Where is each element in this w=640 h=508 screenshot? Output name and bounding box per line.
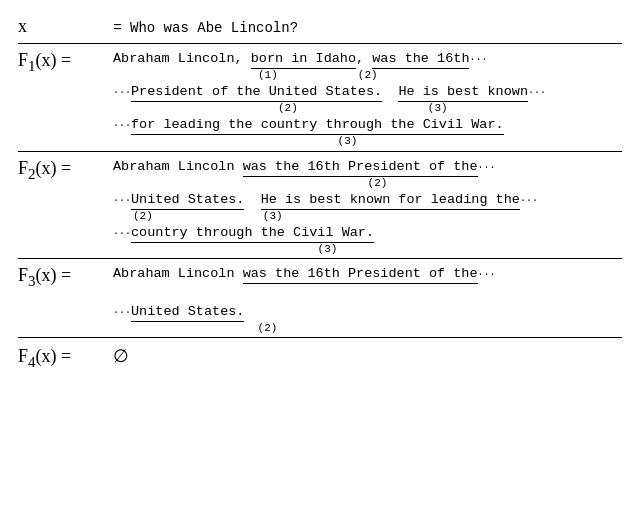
f2-line3: ···country through the Civil War.: [113, 223, 622, 243]
f4-lhs: F4(x) =: [18, 346, 113, 371]
f1-brace-row1: (1) (2): [113, 69, 622, 82]
f3-span-was-start: was the 16th President of the: [243, 264, 478, 284]
f2-span-civil: country through the Civil War.: [131, 223, 374, 243]
f3-line2: ···United States.: [113, 302, 622, 322]
x-equals: =: [113, 20, 122, 37]
f1-dots-2r: ···: [528, 87, 546, 98]
f2-line2: ···United States. He is best known for l…: [113, 190, 622, 210]
f1-dots-2l: ···: [113, 87, 131, 98]
f2-dots-2r: ···: [520, 195, 538, 206]
f2-lhs: F2(x) =: [18, 157, 113, 183]
f1-span-he-start: He is best known: [398, 82, 528, 102]
f2-label-2a: (2): [368, 177, 388, 189]
f1-span-civil: for leading the country through the Civi…: [131, 115, 504, 135]
f2-span-was-start: was the 16th President of the: [243, 157, 478, 177]
f3-span-united: United States.: [131, 302, 244, 322]
f1-line2: ···President of the United States. He is…: [113, 82, 622, 102]
f3-lhs: F3(x) =: [18, 264, 113, 290]
f1-brace-row2: (2) (3): [113, 102, 622, 115]
f1-dots-3l: ···: [113, 120, 131, 131]
f4-section: F4(x) = ∅: [18, 338, 622, 375]
f2-label-3b: (3): [318, 243, 338, 255]
f2-span-he-start: He is best known for leading the: [261, 190, 520, 210]
f3-label-2: (2): [258, 322, 278, 334]
f1-label-3b: (3): [338, 135, 358, 147]
f2-dots-3l: ···: [113, 228, 131, 239]
f4-rhs: ∅: [113, 345, 129, 367]
x-lhs: x: [18, 16, 113, 37]
f1-span-president: President of the United States.: [131, 82, 382, 102]
f3-line1: Abraham Lincoln was the 16th President o…: [113, 264, 622, 284]
f2-span-united: United States.: [131, 190, 244, 210]
f2-brace-row3: (3): [113, 243, 622, 256]
f1-line1: Abraham Lincoln, born in Idaho, was the …: [113, 49, 622, 69]
f1-content: Abraham Lincoln, born in Idaho, was the …: [113, 49, 622, 149]
f2-brace-row1: (2): [113, 177, 622, 190]
f2-line1: Abraham Lincoln was the 16th President o…: [113, 157, 622, 177]
f1-dots-1: ···: [469, 54, 487, 65]
f3-dots-1r: ···: [478, 269, 496, 280]
f1-span-born: born in Idaho: [251, 49, 356, 69]
f2-section: F2(x) = Abraham Lincoln was the 16th Pre…: [18, 152, 622, 260]
f1-label-2a: (2): [358, 69, 378, 82]
f1-lhs: F1(x) =: [18, 49, 113, 75]
f3-brace-row: (2): [113, 322, 622, 335]
f2-dots-2l: ···: [113, 195, 131, 206]
f1-label-2b: (2): [278, 102, 298, 115]
f2-content: Abraham Lincoln was the 16th President o…: [113, 157, 622, 257]
f1-brace-row3: (3): [113, 135, 622, 148]
f2-dots-1r: ···: [478, 162, 496, 173]
x-row: x = Who was Abe Lincoln?: [18, 10, 622, 44]
f3-content: Abraham Lincoln was the 16th President o…: [113, 264, 622, 335]
f3-spacer: [113, 284, 622, 302]
f2-label-2b: (2): [133, 210, 153, 223]
f1-label-3a: (3): [428, 102, 448, 115]
f3-section: F3(x) = Abraham Lincoln was the 16th Pre…: [18, 259, 622, 338]
f2-brace-row2: (2) (3): [113, 210, 622, 223]
page: x = Who was Abe Lincoln? F1(x) = Abraham…: [18, 10, 622, 375]
f1-section: F1(x) = Abraham Lincoln, born in Idaho, …: [18, 44, 622, 152]
f1-label-1: (1): [258, 69, 278, 82]
f1-line3: ···for leading the country through the C…: [113, 115, 622, 135]
f1-span-was-start: was the 16th: [372, 49, 469, 69]
f3-dots-2l: ···: [113, 307, 131, 318]
x-question: Who was Abe Lincoln?: [130, 20, 298, 36]
f2-label-3a: (3): [263, 210, 283, 223]
